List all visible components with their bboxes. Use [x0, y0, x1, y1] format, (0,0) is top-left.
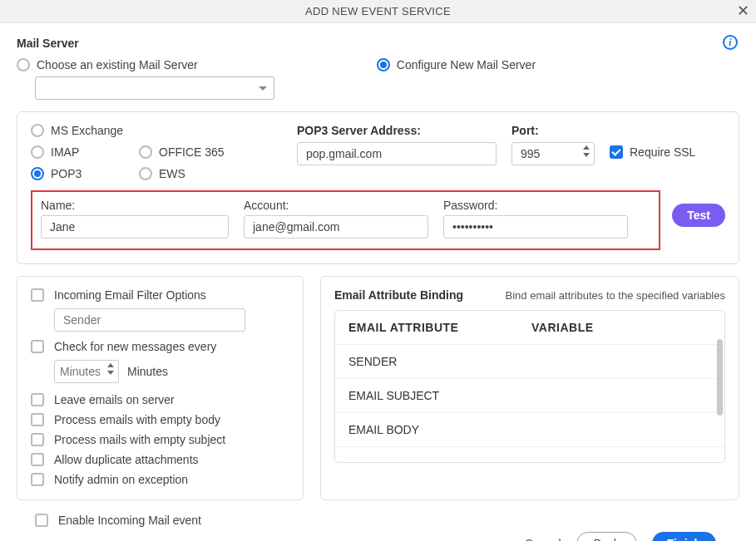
- radio-label: POP3: [51, 167, 82, 180]
- empty-subject-label: Process mails with empty subject: [54, 433, 225, 446]
- test-button[interactable]: Test: [672, 204, 725, 227]
- allow-dup-attach-label: Allow duplicate attachments: [54, 453, 199, 466]
- radio-icon: [31, 145, 44, 159]
- radio-icon: [17, 58, 30, 71]
- radio-configure-new[interactable]: Configure New Mail Server: [377, 58, 536, 71]
- chevron-down-icon[interactable]: [107, 371, 114, 375]
- titlebar: ADD NEW EVENT SERVICE ✕: [0, 0, 756, 23]
- radio-office365[interactable]: OFFICE 365: [139, 145, 225, 159]
- attribute-binding-panel: Email Attribute Binding Bind email attri…: [320, 276, 739, 500]
- check-every-checkbox-row[interactable]: Check for new messages every: [31, 340, 289, 353]
- checkbox[interactable]: [31, 393, 44, 406]
- radio-icon: [139, 145, 152, 159]
- radio-icon: [31, 124, 44, 137]
- require-ssl-checkbox[interactable]: [610, 145, 623, 159]
- existing-server-dropdown[interactable]: [35, 76, 274, 100]
- radio-choose-existing[interactable]: Choose an existing Mail Server: [17, 58, 198, 71]
- radio-label: IMAP: [51, 145, 79, 159]
- account-label: Account:: [244, 199, 428, 212]
- pop3-address-input[interactable]: [297, 142, 497, 165]
- radio-imap[interactable]: IMAP: [31, 145, 89, 159]
- attr-variable: [531, 423, 711, 436]
- incoming-filter-panel: Incoming Email Filter Options Check for …: [17, 276, 304, 500]
- info-icon[interactable]: i: [723, 35, 738, 50]
- attr-name: EMAIL BODY: [348, 423, 531, 436]
- port-input[interactable]: [511, 142, 595, 165]
- name-label: Name:: [41, 199, 229, 212]
- chevron-down-icon: [259, 86, 267, 91]
- enable-incoming-row[interactable]: Enable Incoming Mail event: [35, 514, 739, 527]
- enable-incoming-label: Enable Incoming Mail event: [58, 514, 201, 527]
- radio-label: EWS: [159, 167, 185, 180]
- radio-icon: [377, 58, 390, 71]
- server-config-panel: MS Exchange IMAP OFFICE 365 POP3: [17, 111, 739, 264]
- require-ssl-label: Require SSL: [630, 145, 695, 159]
- radio-pop3[interactable]: POP3: [31, 167, 89, 180]
- header-variable: VARIABLE: [531, 321, 711, 334]
- mail-server-mode-row: Choose an existing Mail Server Configure…: [17, 58, 739, 71]
- footer: Cancel Back Finish: [17, 527, 739, 541]
- notify-admin-row[interactable]: Notify admin on exception: [31, 473, 289, 486]
- radio-label: Choose an existing Mail Server: [37, 58, 198, 71]
- checkbox[interactable]: [31, 340, 44, 353]
- radio-label: Configure New Mail Server: [397, 58, 536, 71]
- dialog-content: i Mail Server Choose an existing Mail Se…: [0, 23, 756, 541]
- incoming-filter-checkbox-row[interactable]: Incoming Email Filter Options: [31, 288, 289, 302]
- stepper-arrows[interactable]: [583, 145, 590, 157]
- stepper-arrows[interactable]: [107, 363, 114, 375]
- section-title: Mail Server: [17, 37, 739, 50]
- attr-name: SENDER: [348, 355, 531, 368]
- chevron-up-icon[interactable]: [107, 363, 114, 367]
- empty-body-label: Process emails with empty body: [54, 413, 220, 426]
- checkbox[interactable]: [31, 288, 44, 302]
- radio-ews[interactable]: EWS: [139, 167, 185, 180]
- minutes-unit-label: Minutes: [127, 365, 168, 378]
- check-every-label: Check for new messages every: [54, 340, 216, 353]
- table-row[interactable]: EMAIL BODY: [335, 412, 724, 446]
- password-label: Password:: [443, 199, 628, 212]
- attr-variable: [531, 355, 711, 368]
- attribute-header-row: EMAIL ATTRIBUTE VARIABLE: [335, 311, 724, 344]
- chevron-up-icon[interactable]: [583, 145, 590, 150]
- checkbox[interactable]: [31, 433, 44, 446]
- attr-variable: [531, 389, 711, 402]
- back-button[interactable]: Back: [576, 532, 637, 541]
- port-label: Port:: [511, 124, 595, 137]
- radio-icon: [31, 167, 44, 180]
- scrollbar-thumb[interactable]: [717, 339, 723, 416]
- radio-ms-exchange[interactable]: MS Exchange: [31, 124, 297, 137]
- table-row[interactable]: EMAIL SUBJECT: [335, 378, 724, 412]
- checkbox[interactable]: [31, 473, 44, 486]
- name-input[interactable]: [41, 215, 229, 239]
- protocol-row: MS Exchange IMAP OFFICE 365 POP3: [31, 124, 725, 180]
- header-attribute: EMAIL ATTRIBUTE: [348, 321, 531, 334]
- credentials-highlight-box: Name: Account: Password:: [31, 190, 660, 250]
- table-row[interactable]: [335, 446, 724, 462]
- port-stepper[interactable]: [511, 142, 595, 165]
- checkbox[interactable]: [31, 453, 44, 466]
- table-row[interactable]: SENDER: [335, 344, 724, 378]
- sender-input[interactable]: [54, 308, 245, 332]
- incoming-filter-label: Incoming Email Filter Options: [54, 288, 206, 302]
- radio-label: OFFICE 365: [159, 145, 225, 159]
- minutes-stepper[interactable]: [54, 360, 119, 383]
- close-icon[interactable]: ✕: [737, 3, 749, 18]
- empty-body-row[interactable]: Process emails with empty body: [31, 413, 289, 426]
- leave-on-server-label: Leave emails on server: [54, 393, 175, 406]
- binding-title: Email Attribute Binding: [334, 288, 463, 302]
- checkbox[interactable]: [31, 413, 44, 426]
- cancel-button[interactable]: Cancel: [525, 537, 561, 541]
- empty-subject-row[interactable]: Process mails with empty subject: [31, 433, 289, 446]
- allow-dup-attach-row[interactable]: Allow duplicate attachments: [31, 453, 289, 466]
- finish-button[interactable]: Finish: [652, 532, 716, 541]
- notify-admin-label: Notify admin on exception: [54, 473, 188, 486]
- pop3-address-label: POP3 Server Address:: [297, 124, 497, 137]
- leave-on-server-row[interactable]: Leave emails on server: [31, 393, 289, 406]
- radio-icon: [139, 167, 152, 180]
- attribute-table: EMAIL ATTRIBUTE VARIABLE SENDER EMAIL SU…: [334, 310, 725, 463]
- chevron-down-icon[interactable]: [583, 153, 590, 157]
- password-input[interactable]: [443, 215, 628, 239]
- account-input[interactable]: [244, 215, 428, 239]
- binding-subtitle: Bind email attributes to the specified v…: [506, 289, 725, 302]
- checkbox[interactable]: [35, 514, 48, 527]
